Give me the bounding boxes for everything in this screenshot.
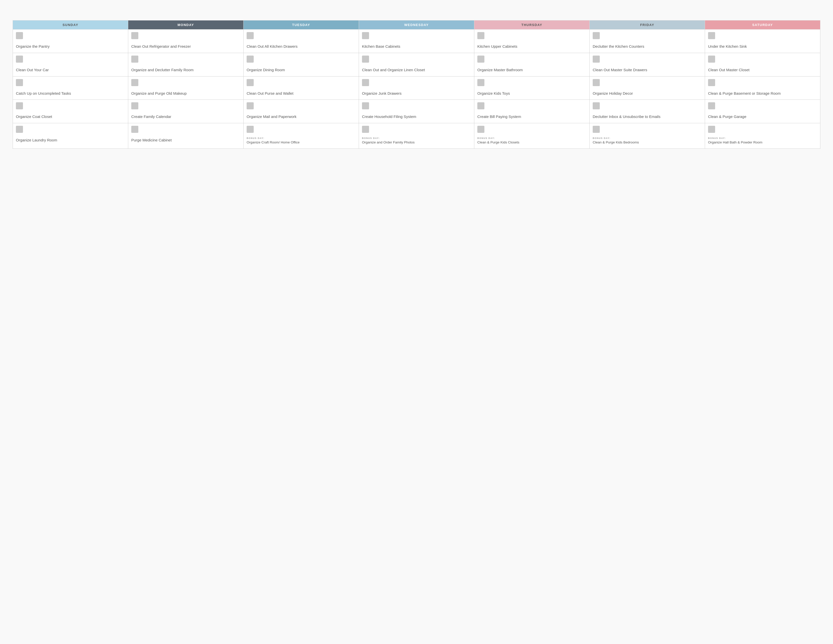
day-number-box (593, 102, 600, 109)
calendar-cell: Organize Holiday Decor (590, 76, 705, 100)
calendar-cell: Organize and Purge Old Makeup (128, 76, 244, 100)
calendar-cell: Catch Up on Uncompleted Tasks (13, 76, 128, 100)
task-text: Clean Out Master Suite Drawers (593, 67, 702, 73)
calendar-cell: Purge Medicine Cabinet (128, 123, 244, 149)
column-header-thursday: THURSDAY (474, 21, 590, 29)
task-text: Kitchen Upper Cabinets (477, 44, 586, 49)
task-text: Organize Junk Drawers (362, 91, 471, 96)
task-text: Create Bill Paying System (477, 114, 586, 119)
day-number-box (131, 32, 138, 39)
day-number-box (593, 126, 600, 133)
bonus-label: BONUS DAY: (247, 137, 356, 139)
week-row-2: Clean Out Your CarOrganize and Declutter… (13, 53, 820, 76)
task-text: Organize Mail and Paperwork (247, 114, 356, 119)
week-row-1: Organize the PantryClean Out Refrigerato… (13, 29, 820, 53)
task-text: Organize Hall Bath & Powder Room (708, 140, 817, 145)
day-number-box (131, 79, 138, 86)
day-number-box (593, 79, 600, 86)
calendar-cell: Organize Mail and Paperwork (244, 100, 359, 123)
day-number-box (362, 102, 369, 109)
week-row-4: Organize Coat ClosetCreate Family Calend… (13, 100, 820, 123)
task-text: Clean & Purge Kids Closets (477, 140, 586, 145)
day-number-box (247, 102, 254, 109)
day-number-box (477, 32, 484, 39)
task-text: Organize Laundry Room (16, 137, 125, 143)
day-number-box (477, 79, 484, 86)
day-number-box (16, 102, 23, 109)
bonus-label: BONUS DAY: (593, 137, 702, 139)
task-text: Organize the Pantry (16, 44, 125, 49)
calendar-cell: Create Bill Paying System (474, 100, 590, 123)
column-header-wednesday: WEDNESDAY (359, 21, 474, 29)
task-text: Organize Holiday Decor (593, 91, 702, 96)
calendar-cell: Clean Out Master Closet (705, 53, 820, 76)
task-text: Clean & Purge Kids Bedrooms (593, 140, 702, 145)
day-number-box (247, 56, 254, 63)
task-text: Catch Up on Uncompleted Tasks (16, 91, 125, 96)
day-number-box (708, 126, 715, 133)
day-number-box (477, 126, 484, 133)
day-number-box (477, 102, 484, 109)
calendar-cell: Organize Laundry Room (13, 123, 128, 149)
bonus-label: BONUS DAY: (362, 137, 471, 139)
calendar-cell: Organize Kids Toys (474, 76, 590, 100)
calendar-cell: Organize Junk Drawers (359, 76, 474, 100)
day-number-box (362, 126, 369, 133)
calendar-table: SUNDAYMONDAYTUESDAYWEDNESDAYTHURSDAYFRID… (13, 20, 820, 149)
task-text: Clean Out Purse and Wallet (247, 91, 356, 96)
week-row-5: Organize Laundry RoomPurge Medicine Cabi… (13, 123, 820, 149)
calendar-cell: Organize Coat Closet (13, 100, 128, 123)
calendar-cell: BONUS DAY:Organize Craft Room/ Home Offi… (244, 123, 359, 149)
day-number-box (16, 56, 23, 63)
day-number-box (247, 79, 254, 86)
task-text: Clean & Purge Garage (708, 114, 817, 119)
bonus-label: BONUS DAY: (708, 137, 817, 139)
day-number-box (477, 56, 484, 63)
day-number-box (362, 79, 369, 86)
task-text: Organize and Purge Old Makeup (131, 91, 240, 96)
task-text: Organize Master Bathroom (477, 67, 586, 73)
calendar-cell: Clean Out and Organize Linen Closet (359, 53, 474, 76)
calendar-cell: Under the Kitchen Sink (705, 29, 820, 53)
calendar-cell: Create Household Filing System (359, 100, 474, 123)
day-number-box (593, 56, 600, 63)
calendar-cell: BONUS DAY:Clean & Purge Kids Closets (474, 123, 590, 149)
task-text: Declutter the Kitchen Counters (593, 44, 702, 49)
calendar-cell: Clean Out Master Suite Drawers (590, 53, 705, 76)
task-text: Organize Kids Toys (477, 91, 586, 96)
calendar-cell: Kitchen Upper Cabinets (474, 29, 590, 53)
column-header-friday: FRIDAY (590, 21, 705, 29)
calendar-cell: Declutter Inbox & Unsubscribe to Emails (590, 100, 705, 123)
week-row-3: Catch Up on Uncompleted TasksOrganize an… (13, 76, 820, 100)
task-text: Clean Out Refrigerator and Freezer (131, 44, 240, 49)
calendar-cell: Clean Out Refrigerator and Freezer (128, 29, 244, 53)
day-number-box (16, 32, 23, 39)
task-text: Declutter Inbox & Unsubscribe to Emails (593, 114, 702, 119)
calendar-cell: Clean Out Your Car (13, 53, 128, 76)
day-number-box (131, 126, 138, 133)
task-text: Clean Out Your Car (16, 67, 125, 73)
calendar-cell: BONUS DAY:Organize and Order Family Phot… (359, 123, 474, 149)
task-text: Clean Out All Kitchen Drawers (247, 44, 356, 49)
column-header-saturday: SATURDAY (705, 21, 820, 29)
task-text: Organize and Declutter Family Room (131, 67, 240, 73)
task-text: Purge Medicine Cabinet (131, 137, 240, 143)
day-number-box (708, 102, 715, 109)
calendar-cell: BONUS DAY:Clean & Purge Kids Bedrooms (590, 123, 705, 149)
task-text: Clean Out Master Closet (708, 67, 817, 73)
task-text: Kitchen Base Cabinets (362, 44, 471, 49)
day-number-box (708, 32, 715, 39)
calendar-cell: Clean & Purge Basement or Storage Room (705, 76, 820, 100)
day-number-box (131, 56, 138, 63)
day-number-box (247, 32, 254, 39)
calendar-cell: Clean Out Purse and Wallet (244, 76, 359, 100)
calendar-cell: Organize Master Bathroom (474, 53, 590, 76)
calendar-cell: Organize the Pantry (13, 29, 128, 53)
task-text: Clean & Purge Basement or Storage Room (708, 91, 817, 96)
calendar-cell: Organize and Declutter Family Room (128, 53, 244, 76)
day-number-box (131, 102, 138, 109)
calendar-cell: BONUS DAY:Organize Hall Bath & Powder Ro… (705, 123, 820, 149)
day-number-box (593, 32, 600, 39)
calendar-cell: Declutter the Kitchen Counters (590, 29, 705, 53)
task-text: Create Household Filing System (362, 114, 471, 119)
